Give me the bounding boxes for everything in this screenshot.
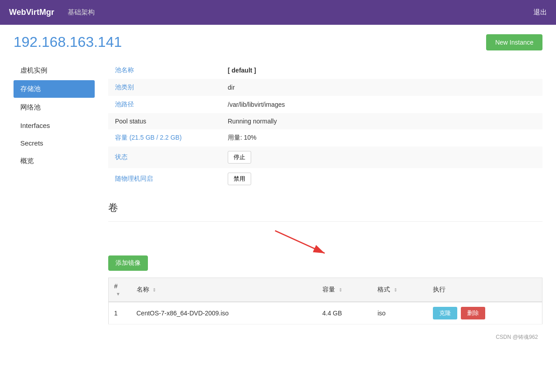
disable-button[interactable]: 禁用: [228, 173, 251, 185]
info-table: 池名称 [ default ] 池类别 dir 池路径 /var/lib/lib…: [108, 62, 542, 190]
value-pool-capacity: 用量: 10%: [221, 129, 542, 146]
page-title-row: 192.168.163.141 New Instance: [14, 34, 542, 50]
value-pool-path: /var/lib/libvirt/images: [221, 96, 542, 113]
table-row: 1 CentOS-7-x86_64-DVD-2009.iso 4.4 GB is…: [109, 302, 542, 324]
sidebar-item-storage-pool[interactable]: 存储池: [14, 80, 95, 98]
row-num: 1: [109, 302, 131, 324]
volumes-table: # ▼ 名称 ⇕ 容量 ⇕ 格式 ⇕: [108, 278, 542, 324]
detail-panel: 池名称 [ default ] 池类别 dir 池路径 /var/lib/lib…: [104, 62, 542, 341]
logout-button[interactable]: 退出: [533, 8, 547, 17]
header: WebVirtMgr 基础架构 退出: [0, 0, 556, 25]
sidebar-item-interfaces[interactable]: Interfaces: [14, 117, 95, 134]
new-instance-button[interactable]: New Instance: [486, 34, 542, 50]
content-layout: 虚机实例 存储池 网络池 Interfaces Secrets 概览 池名称 […: [14, 62, 542, 341]
row-capacity: 4.4 GB: [317, 302, 372, 324]
value-pool-autostart: 禁用: [221, 168, 542, 190]
sidebar-item-vm-instances[interactable]: 虚机实例: [14, 62, 95, 79]
nav-infrastructure[interactable]: 基础架构: [68, 8, 95, 17]
sidebar: 虚机实例 存储池 网络池 Interfaces Secrets 概览: [14, 62, 104, 341]
arrow-annotation: [108, 228, 542, 255]
value-pool-type: dir: [221, 79, 542, 96]
row-name: CentOS-7-x86_64-DVD-2009.iso: [131, 302, 317, 324]
sidebar-item-network-pool[interactable]: 网络池: [14, 99, 95, 116]
add-image-button[interactable]: 添加镜像: [108, 255, 148, 271]
label-pool-path: 池路径: [108, 96, 221, 113]
volumes-section-title: 卷: [108, 201, 542, 214]
label-pool-status: Pool status: [108, 113, 221, 129]
col-name[interactable]: 名称 ⇕: [131, 278, 317, 302]
sort-format-icon: ⇕: [394, 287, 397, 292]
row-actions: 克隆 删除: [427, 302, 542, 324]
label-pool-capacity: 容量 (21.5 GB / 2.2 GB): [108, 129, 221, 146]
sidebar-item-overview[interactable]: 概览: [14, 152, 95, 170]
svg-line-1: [275, 231, 325, 253]
brand-logo: WebVirtMgr: [9, 8, 54, 17]
value-pool-status: Running normally: [221, 113, 542, 129]
col-action: 执行: [427, 278, 542, 302]
row-format: iso: [372, 302, 427, 324]
label-pool-type: 池类别: [108, 79, 221, 96]
col-format[interactable]: 格式 ⇕: [372, 278, 427, 302]
footer-watermark: CSDN @铸魂962: [108, 333, 542, 341]
value-pool-state: 停止: [221, 146, 542, 168]
delete-button[interactable]: 删除: [461, 307, 485, 319]
clone-button[interactable]: 克隆: [433, 307, 457, 319]
sort-num-icon: ▼: [116, 292, 120, 296]
page-title: 192.168.163.141: [14, 34, 122, 50]
sort-name-icon: ⇕: [152, 287, 156, 292]
col-capacity[interactable]: 容量 ⇕: [317, 278, 372, 302]
col-num[interactable]: # ▼: [109, 278, 131, 302]
sidebar-item-secrets[interactable]: Secrets: [14, 135, 95, 151]
main-container: 192.168.163.141 New Instance 虚机实例 存储池 网络…: [0, 25, 556, 392]
label-pool-name: 池名称: [108, 62, 221, 79]
label-pool-state: 状态: [108, 146, 221, 168]
value-pool-name: [ default ]: [221, 62, 542, 79]
stop-button[interactable]: 停止: [228, 151, 251, 164]
label-pool-autostart: 随物理机同启: [108, 168, 221, 190]
sort-capacity-icon: ⇕: [339, 287, 342, 292]
